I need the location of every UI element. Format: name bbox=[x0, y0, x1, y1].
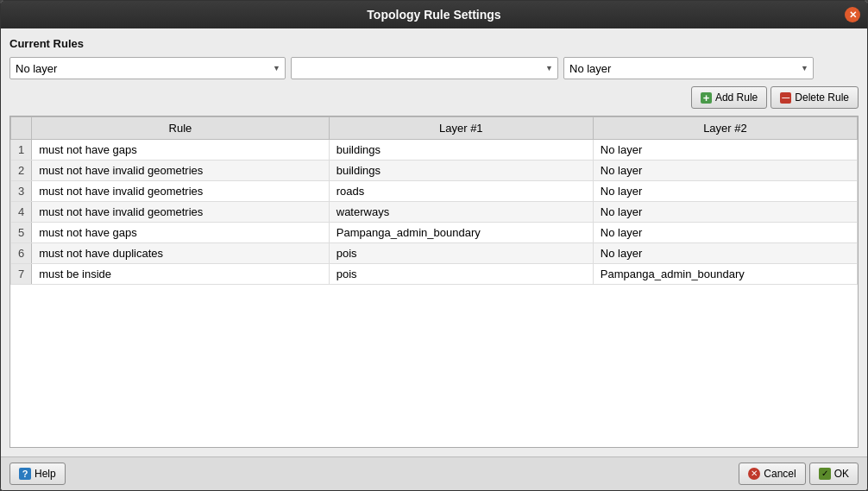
rule-dropdown-wrapper bbox=[291, 57, 558, 79]
row-number: 5 bbox=[11, 223, 32, 243]
row-layer2: No layer bbox=[593, 161, 857, 181]
table-row[interactable]: 7 must be inside pois Pampanga_admin_bou… bbox=[11, 264, 858, 285]
row-layer1: buildings bbox=[329, 140, 593, 161]
rule-dropdown[interactable] bbox=[291, 57, 558, 79]
col-layer1-header: Layer #1 bbox=[329, 117, 593, 140]
row-rule: must not have invalid geometries bbox=[32, 181, 330, 202]
row-number: 2 bbox=[11, 161, 32, 181]
add-rule-button[interactable]: + Add Rule bbox=[691, 86, 767, 109]
dialog-title: Topology Rule Settings bbox=[367, 8, 500, 22]
row-rule: must not have invalid geometries bbox=[32, 202, 330, 223]
cancel-label: Cancel bbox=[764, 468, 796, 480]
row-rule: must not have gaps bbox=[32, 223, 330, 243]
row-layer1: Pampanga_admin_boundary bbox=[329, 223, 593, 243]
table-header-row: Rule Layer #1 Layer #2 bbox=[11, 117, 858, 140]
row-rule: must not have invalid geometries bbox=[32, 161, 330, 181]
layer2-dropdown-wrapper: No layer bbox=[563, 57, 814, 79]
row-layer2: No layer bbox=[593, 223, 857, 243]
ok-label: OK bbox=[834, 468, 849, 480]
layer1-dropdown[interactable]: No layer bbox=[9, 57, 286, 79]
row-layer2: Pampanga_admin_boundary bbox=[593, 264, 857, 285]
row-rule: must not have duplicates bbox=[32, 243, 330, 264]
layer1-dropdown-wrapper: No layer bbox=[9, 57, 286, 79]
delete-rule-button[interactable]: — Delete Rule bbox=[771, 86, 859, 109]
row-layer2: No layer bbox=[593, 140, 857, 161]
cancel-icon: ✕ bbox=[748, 468, 760, 480]
row-layer1: waterways bbox=[329, 202, 593, 223]
footer-right-buttons: ✕ Cancel ✓ OK bbox=[739, 463, 859, 485]
footer: ? Help ✕ Cancel ✓ OK bbox=[1, 456, 867, 490]
help-label: Help bbox=[35, 468, 56, 480]
table-row[interactable]: 3 must not have invalid geometries roads… bbox=[11, 181, 858, 202]
ok-button[interactable]: ✓ OK bbox=[809, 463, 859, 485]
table-row[interactable]: 5 must not have gaps Pampanga_admin_boun… bbox=[11, 223, 858, 243]
add-rule-label: Add Rule bbox=[715, 91, 758, 104]
dropdowns-row: No layer No layer bbox=[9, 57, 859, 79]
layer2-dropdown[interactable]: No layer bbox=[563, 57, 814, 79]
row-layer2: No layer bbox=[593, 202, 857, 223]
row-number: 3 bbox=[11, 181, 32, 202]
table-row[interactable]: 4 must not have invalid geometries water… bbox=[11, 202, 858, 223]
row-number: 4 bbox=[11, 202, 32, 223]
table-row[interactable]: 1 must not have gaps buildings No layer bbox=[11, 140, 858, 161]
rules-table-container: Rule Layer #1 Layer #2 1 must not have g… bbox=[9, 116, 859, 448]
action-buttons-row: + Add Rule — Delete Rule bbox=[9, 86, 859, 109]
row-number: 7 bbox=[11, 264, 32, 285]
help-icon: ? bbox=[19, 468, 31, 480]
close-button[interactable]: ✕ bbox=[845, 7, 860, 22]
help-button[interactable]: ? Help bbox=[9, 463, 66, 485]
row-layer1: pois bbox=[329, 243, 593, 264]
add-icon: + bbox=[701, 92, 712, 104]
delete-icon: — bbox=[780, 92, 791, 104]
table-row[interactable]: 2 must not have invalid geometries build… bbox=[11, 161, 858, 181]
row-layer2: No layer bbox=[593, 243, 857, 264]
dialog-topology-rule-settings: Topology Rule Settings ✕ Current Rules N… bbox=[0, 0, 868, 491]
row-layer2: No layer bbox=[593, 181, 857, 202]
col-layer2-header: Layer #2 bbox=[593, 117, 857, 140]
row-number: 1 bbox=[11, 140, 32, 161]
table-body: 1 must not have gaps buildings No layer … bbox=[11, 140, 858, 285]
row-rule: must be inside bbox=[32, 264, 330, 285]
table-row[interactable]: 6 must not have duplicates pois No layer bbox=[11, 243, 858, 264]
row-rule: must not have gaps bbox=[32, 140, 330, 161]
row-layer1: buildings bbox=[329, 161, 593, 181]
ok-icon: ✓ bbox=[819, 468, 831, 480]
titlebar: Topology Rule Settings ✕ bbox=[1, 1, 867, 28]
delete-rule-label: Delete Rule bbox=[795, 91, 849, 104]
row-layer1: pois bbox=[329, 264, 593, 285]
row-number: 6 bbox=[11, 243, 32, 264]
main-content: Current Rules No layer No layer + Add Ru… bbox=[1, 28, 867, 456]
col-num-header bbox=[11, 117, 32, 140]
row-layer1: roads bbox=[329, 181, 593, 202]
current-rules-label: Current Rules bbox=[9, 37, 859, 50]
rules-table: Rule Layer #1 Layer #2 1 must not have g… bbox=[10, 116, 858, 285]
cancel-button[interactable]: ✕ Cancel bbox=[739, 463, 805, 485]
col-rule-header: Rule bbox=[32, 117, 330, 140]
